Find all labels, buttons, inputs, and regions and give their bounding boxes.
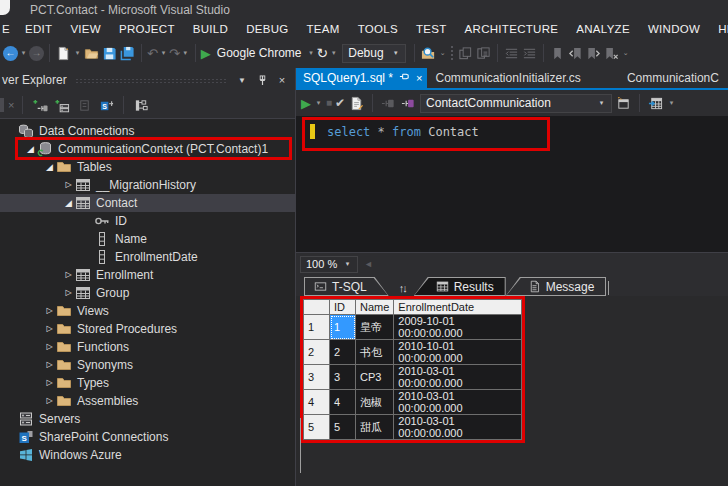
row-header-cell[interactable]: 1 <box>304 315 330 340</box>
close-tab-icon[interactable]: × <box>416 72 422 84</box>
tab-tsql[interactable]: T-SQL <box>304 277 389 296</box>
toolbar-overflow-chevron[interactable]: ⌄ <box>621 49 630 57</box>
grid-cell-name[interactable]: 甜瓜 <box>356 415 394 440</box>
grid-cell-date[interactable]: 2010-03-01 00:00:00.000 <box>394 415 522 440</box>
sql-toolbar-overflow[interactable]: ▾ <box>667 99 676 107</box>
previous-bookmark-icon[interactable] <box>567 45 584 62</box>
tree-item-data-connections[interactable]: Data Connections <box>0 122 295 140</box>
grid-cell-id[interactable]: 2 <box>330 340 356 365</box>
expand-arrow-icon[interactable]: ▷ <box>43 397 56 405</box>
grid-cell-date[interactable]: 2010-03-01 00:00:00.000 <box>394 365 522 390</box>
tab-sqlquery1[interactable]: SQLQuery1.sql * × <box>296 68 427 88</box>
column-header-id[interactable]: ID <box>330 300 356 315</box>
panel-pin-icon[interactable] <box>255 73 269 87</box>
swap-panes-icon[interactable]: ↑↓ <box>389 282 414 296</box>
row-header-cell[interactable]: 4 <box>304 390 330 415</box>
redo-icon[interactable]: ↷ <box>169 47 180 60</box>
expand-arrow-icon[interactable]: ▷ <box>43 307 56 315</box>
save-icon[interactable] <box>101 45 118 62</box>
menu-item-test[interactable]: TEST <box>407 23 456 35</box>
hscroll-left-arrow-icon[interactable]: ◄ <box>364 259 373 269</box>
expand-arrow-icon[interactable]: ▷ <box>62 271 75 279</box>
menu-item-team[interactable]: TEAM <box>298 23 349 35</box>
decrease-indent-icon[interactable] <box>503 45 520 62</box>
tree-item-stored-procedures[interactable]: ▷Stored Procedures <box>0 320 295 338</box>
tab-communicationinitializer[interactable]: CommunicationInitializer.cs <box>427 68 588 88</box>
navigate-forward-button[interactable]: → <box>29 46 44 61</box>
menu-item-edit[interactable]: EDIT <box>16 23 61 35</box>
grid-cell-name[interactable]: 皇帝 <box>356 315 394 340</box>
toolbar-grip[interactable] <box>450 45 454 61</box>
results-grid[interactable]: IDNameEnrollmentDate11皇帝2009-10-01 00:00… <box>303 299 522 440</box>
connect-to-server-icon[interactable] <box>53 97 71 114</box>
navigate-forward-code-icon[interactable] <box>475 45 492 62</box>
grid-cell-id[interactable]: 5 <box>330 415 356 440</box>
navigate-back-dropdown-arrow[interactable]: ▾ <box>19 49 28 57</box>
execute-query-icon[interactable]: ▶ <box>301 97 311 110</box>
tab-communicationc[interactable]: CommunicationC <box>619 68 727 88</box>
connect-icon[interactable] <box>400 95 417 112</box>
tab-results[interactable]: Results <box>414 277 506 296</box>
collapse-arrow-icon[interactable]: ◢ <box>24 145 37 154</box>
tree-item-sharepoint-connections[interactable]: SSharePoint Connections <box>0 428 295 446</box>
grid-cell-date[interactable]: 2009-10-01 00:00:00.000 <box>394 315 522 340</box>
panel-menu-chevron-icon[interactable]: ▼ <box>235 73 249 87</box>
menu-item-view[interactable]: VIEW <box>61 23 110 35</box>
undo-dropdown-arrow[interactable]: ▾ <box>159 49 168 57</box>
connection-combobox[interactable]: ContactCommunication ▾ <box>420 94 612 113</box>
solution-configuration-combobox[interactable]: Debug ▾ <box>342 44 406 63</box>
next-bookmark-icon[interactable] <box>585 45 602 62</box>
connect-to-datasource-icon[interactable] <box>75 97 93 114</box>
run-target-dropdown-arrow[interactable]: ▾ <box>307 49 316 57</box>
tree-item-servers[interactable]: Servers <box>0 410 295 428</box>
delete-connection-icon[interactable]: × <box>8 100 14 111</box>
tree-item-assemblies[interactable]: ▷Assemblies <box>0 392 295 410</box>
tree-item-migrationhistory[interactable]: ▷__MigrationHistory <box>0 176 295 194</box>
increase-indent-icon[interactable] <box>521 45 538 62</box>
new-file-icon[interactable] <box>55 45 72 62</box>
navigate-backward-code-icon[interactable] <box>457 45 474 62</box>
connect-to-sharepoint-icon[interactable]: S <box>97 97 115 114</box>
refresh-dropdown-arrow[interactable]: ▾ <box>329 49 338 57</box>
sql-code-editor[interactable]: select * from Contact <box>296 116 728 252</box>
tree-item-group[interactable]: ▷Group <box>0 284 295 302</box>
row-header-cell[interactable]: 5 <box>304 415 330 440</box>
menu-item-build[interactable]: BUILD <box>184 23 237 35</box>
row-header-cell[interactable]: 3 <box>304 365 330 390</box>
tree-item-id[interactable]: ID <box>0 212 295 230</box>
toolbar-overflow-chevron[interactable]: ⌄ <box>438 49 447 57</box>
tree-item-functions[interactable]: ▷Functions <box>0 338 295 356</box>
script-icon[interactable] <box>348 95 365 112</box>
grid-cell-name[interactable]: CP3 <box>356 365 394 390</box>
tab-message[interactable]: Message <box>506 277 607 296</box>
find-in-files-icon[interactable] <box>420 45 437 62</box>
tree-item-name[interactable]: Name <box>0 230 295 248</box>
menu-item-debug[interactable]: DEBUG <box>237 23 297 35</box>
tree-item-enrollmentdate[interactable]: EnrollmentDate <box>0 248 295 266</box>
tree-item-enrollment[interactable]: ▷Enrollment <box>0 266 295 284</box>
save-all-icon[interactable] <box>119 45 136 62</box>
disconnect-icon[interactable] <box>380 95 397 112</box>
menu-item-help[interactable]: HELP <box>709 23 728 35</box>
expand-arrow-icon[interactable]: ▷ <box>43 343 56 351</box>
menu-item-tools[interactable]: TOOLS <box>349 23 407 35</box>
navigate-back-button[interactable]: ← <box>3 46 18 61</box>
tree-item-contact[interactable]: ◢Contact <box>0 194 295 212</box>
grid-corner-cell[interactable] <box>304 300 330 315</box>
column-header-enrollmentdate[interactable]: EnrollmentDate <box>394 300 522 315</box>
start-debug-icon[interactable]: ▶ <box>201 47 211 60</box>
row-header-cell[interactable]: 2 <box>304 340 330 365</box>
clear-bookmarks-icon[interactable] <box>603 45 620 62</box>
tree-item-windows-azure[interactable]: Windows Azure <box>0 446 295 464</box>
grid-cell-id[interactable]: 3 <box>330 365 356 390</box>
connect-to-database-icon[interactable] <box>31 97 49 114</box>
execute-dropdown-arrow[interactable]: ▾ <box>314 99 323 107</box>
editor-zoom-combobox[interactable]: 100 % ▾ <box>300 256 358 273</box>
import-table-icon[interactable] <box>647 95 664 112</box>
collapse-arrow-icon[interactable]: ◢ <box>43 163 56 172</box>
tree-item-views[interactable]: ▷Views <box>0 302 295 320</box>
column-header-name[interactable]: Name <box>356 300 394 315</box>
menu-item-window[interactable]: WINDOW <box>639 23 709 35</box>
tree-item-tables[interactable]: ◢Tables <box>0 158 295 176</box>
tree-item-types[interactable]: ▷Types <box>0 374 295 392</box>
